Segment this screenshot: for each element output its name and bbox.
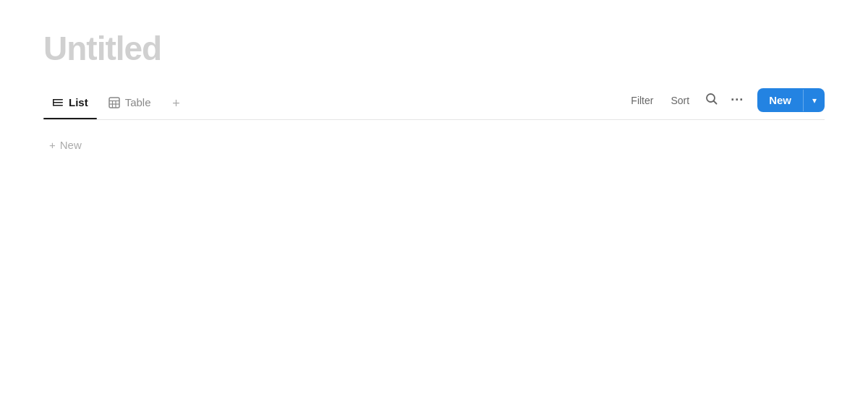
tab-list[interactable]: List: [43, 89, 97, 119]
filter-button[interactable]: Filter: [624, 90, 660, 111]
table-icon: [109, 97, 120, 108]
new-button[interactable]: New: [757, 88, 803, 112]
add-view-button[interactable]: +: [166, 93, 187, 115]
content-area: + New: [43, 120, 825, 155]
tab-table-label: Table: [125, 96, 151, 108]
sort-button[interactable]: Sort: [663, 90, 697, 111]
new-button-group: New ▾: [757, 88, 825, 112]
svg-rect-4: [109, 98, 119, 108]
svg-rect-2: [53, 105, 63, 106]
svg-rect-0: [53, 99, 63, 100]
svg-rect-1: [53, 102, 63, 103]
svg-line-10: [713, 101, 716, 104]
page-title[interactable]: Untitled: [43, 29, 825, 68]
add-item-plus-icon: +: [49, 139, 56, 151]
add-item-label: New: [60, 139, 82, 151]
new-dropdown-button[interactable]: ▾: [803, 90, 825, 111]
toolbar-right: Filter Sort ··· New ▾: [624, 88, 825, 119]
more-options-button[interactable]: ···: [726, 89, 749, 112]
tab-list-label: List: [69, 96, 88, 108]
add-item-row[interactable]: + New: [43, 134, 88, 155]
chevron-down-icon: ▾: [812, 95, 817, 106]
plus-icon: +: [172, 96, 180, 111]
search-icon: [705, 93, 718, 108]
more-icon: ···: [731, 93, 744, 108]
tab-table[interactable]: Table: [100, 89, 160, 119]
tabs-container: List Table +: [43, 89, 624, 119]
page-container: Untitled List: [0, 0, 868, 155]
filter-label: Filter: [631, 95, 653, 106]
svg-rect-3: [53, 99, 54, 106]
sort-label: Sort: [671, 95, 689, 106]
search-button[interactable]: [699, 89, 723, 112]
list-icon: [52, 97, 64, 108]
toolbar: List Table +: [43, 88, 825, 120]
